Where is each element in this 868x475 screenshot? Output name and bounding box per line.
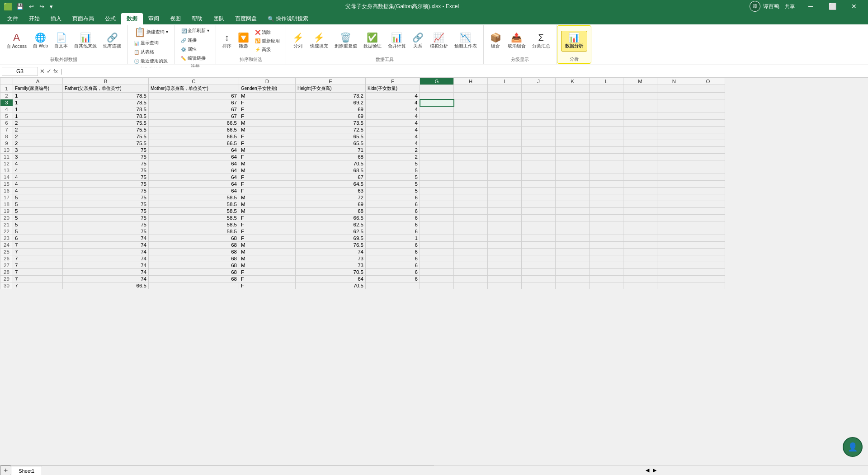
- cell-empty-9-2[interactable]: [522, 140, 556, 147]
- cell-empty-16-2[interactable]: [522, 188, 556, 194]
- cell-empty-8-6[interactable]: [657, 133, 691, 140]
- cell-g7[interactable]: [420, 127, 454, 133]
- cell-g24[interactable]: [420, 242, 454, 249]
- cell-empty-20-2[interactable]: [522, 215, 556, 221]
- cell-a24[interactable]: 7: [13, 242, 63, 249]
- cell-empty-6-2[interactable]: [522, 120, 556, 127]
- share-button[interactable]: 共享: [783, 2, 797, 11]
- cell-c30[interactable]: [149, 282, 239, 289]
- cell-empty-7-7[interactable]: [691, 127, 725, 133]
- col-header-l[interactable]: L: [590, 78, 623, 85]
- cell-empty-25-4[interactable]: [590, 249, 623, 255]
- cell-f25[interactable]: 6: [366, 249, 420, 255]
- cell-l1[interactable]: [590, 85, 623, 93]
- properties-btn[interactable]: ⚙️ 属性: [179, 45, 199, 53]
- cell-d8[interactable]: F: [239, 133, 296, 140]
- cell-empty-16-3[interactable]: [556, 188, 590, 194]
- cell-empty-28-4[interactable]: [590, 269, 623, 276]
- col-header-k[interactable]: K: [556, 78, 590, 85]
- cell-empty-14-5[interactable]: [623, 174, 657, 181]
- cell-empty-7-3[interactable]: [556, 127, 590, 133]
- cell-empty-5-5[interactable]: [623, 113, 657, 120]
- cell-empty-12-1[interactable]: [488, 160, 522, 167]
- cell-empty-8-3[interactable]: [556, 133, 590, 140]
- cell-d14[interactable]: F: [239, 174, 296, 181]
- scroll-right-btn[interactable]: ▶: [651, 467, 658, 473]
- cell-g23[interactable]: [420, 235, 454, 242]
- cell-c28[interactable]: 68: [149, 269, 239, 276]
- cell-empty-9-7[interactable]: [691, 140, 725, 147]
- other-sources-button[interactable]: 📊 自其他来源: [71, 32, 99, 51]
- cell-empty-3-1[interactable]: [488, 99, 522, 106]
- cell-empty-15-5[interactable]: [623, 181, 657, 188]
- cell-empty-11-7[interactable]: [691, 154, 725, 160]
- cell-empty-15-3[interactable]: [556, 181, 590, 188]
- tab-help[interactable]: 帮助: [186, 13, 208, 24]
- cell-f1[interactable]: Kids(子女数量): [366, 85, 420, 93]
- cell-c13[interactable]: 64: [149, 167, 239, 174]
- cell-c2[interactable]: 67: [149, 93, 239, 99]
- cell-empty-3-3[interactable]: [556, 99, 590, 106]
- from-table-button[interactable]: 📋 从表格: [132, 48, 156, 56]
- cell-d18[interactable]: M: [239, 201, 296, 208]
- cell-c4[interactable]: 67: [149, 106, 239, 113]
- remove-duplicates-button[interactable]: 🗑️ 删除重复值: [332, 32, 360, 51]
- cell-a12[interactable]: 4: [13, 160, 63, 167]
- cell-b25[interactable]: 74: [63, 249, 149, 255]
- cell-empty-8-2[interactable]: [522, 133, 556, 140]
- cell-empty-21-2[interactable]: [522, 221, 556, 228]
- cell-f9[interactable]: 4: [366, 140, 420, 147]
- cell-empty-26-1[interactable]: [488, 255, 522, 262]
- cell-a30[interactable]: 7: [13, 282, 63, 289]
- cell-empty-27-4[interactable]: [590, 262, 623, 269]
- cell-empty-6-4[interactable]: [590, 120, 623, 127]
- cell-empty-28-5[interactable]: [623, 269, 657, 276]
- cell-f30[interactable]: [366, 282, 420, 289]
- cell-d21[interactable]: F: [239, 221, 296, 228]
- cell-empty-2-3[interactable]: [556, 93, 590, 99]
- cell-empty-19-7[interactable]: [691, 208, 725, 215]
- cell-o1[interactable]: [691, 85, 725, 93]
- cell-g4[interactable]: [420, 106, 454, 113]
- cell-empty-25-6[interactable]: [657, 249, 691, 255]
- cell-f17[interactable]: 6: [366, 194, 420, 201]
- cell-empty-26-3[interactable]: [556, 255, 590, 262]
- recent-sources-button[interactable]: 🕒 最近使用的源: [132, 57, 170, 65]
- name-box[interactable]: G3: [2, 67, 38, 76]
- subtotal-button[interactable]: Σ 分类汇总: [529, 32, 553, 51]
- cell-a2[interactable]: 1: [13, 93, 63, 99]
- cell-g21[interactable]: [420, 221, 454, 228]
- cell-a15[interactable]: 4: [13, 181, 63, 188]
- cell-empty-30-6[interactable]: [657, 282, 691, 289]
- cell-empty-17-7[interactable]: [691, 194, 725, 201]
- undo-button[interactable]: ↩: [27, 2, 36, 11]
- cell-a1[interactable]: Family(家庭编号): [13, 85, 63, 93]
- cell-empty-4-0[interactable]: [454, 106, 488, 113]
- cell-empty-12-4[interactable]: [590, 160, 623, 167]
- cell-c17[interactable]: 58.5: [149, 194, 239, 201]
- cell-g19[interactable]: [420, 208, 454, 215]
- cell-d1[interactable]: Gender(子女性别): [239, 85, 296, 93]
- cell-g27[interactable]: [420, 262, 454, 269]
- cell-d9[interactable]: F: [239, 140, 296, 147]
- cell-f16[interactable]: 5: [366, 188, 420, 194]
- cell-empty-22-1[interactable]: [488, 228, 522, 235]
- add-sheet-button[interactable]: +: [0, 466, 11, 475]
- tab-home[interactable]: 开始: [24, 13, 45, 24]
- cell-b20[interactable]: 75: [63, 215, 149, 221]
- cell-b5[interactable]: 78.5: [63, 113, 149, 120]
- cell-e8[interactable]: 65.5: [296, 133, 366, 140]
- cell-empty-24-3[interactable]: [556, 242, 590, 249]
- cell-empty-18-3[interactable]: [556, 201, 590, 208]
- cell-empty-21-3[interactable]: [556, 221, 590, 228]
- cell-b28[interactable]: 74: [63, 269, 149, 276]
- cell-empty-3-7[interactable]: [691, 99, 725, 106]
- cell-h1[interactable]: [454, 85, 488, 93]
- cell-d10[interactable]: M: [239, 147, 296, 154]
- cell-empty-19-6[interactable]: [657, 208, 691, 215]
- cell-empty-6-6[interactable]: [657, 120, 691, 127]
- tab-team[interactable]: 团队: [208, 13, 230, 24]
- cell-c29[interactable]: 68: [149, 276, 239, 282]
- cell-a16[interactable]: 4: [13, 188, 63, 194]
- cell-empty-30-0[interactable]: [454, 282, 488, 289]
